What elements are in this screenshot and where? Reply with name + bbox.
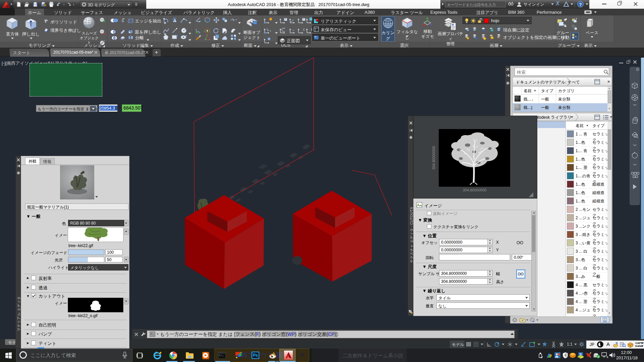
svg-text:Z: Z: [303, 28, 305, 31]
svg-text:C:\_: C:\_: [219, 354, 224, 357]
svg-text:x: x: [270, 29, 271, 32]
